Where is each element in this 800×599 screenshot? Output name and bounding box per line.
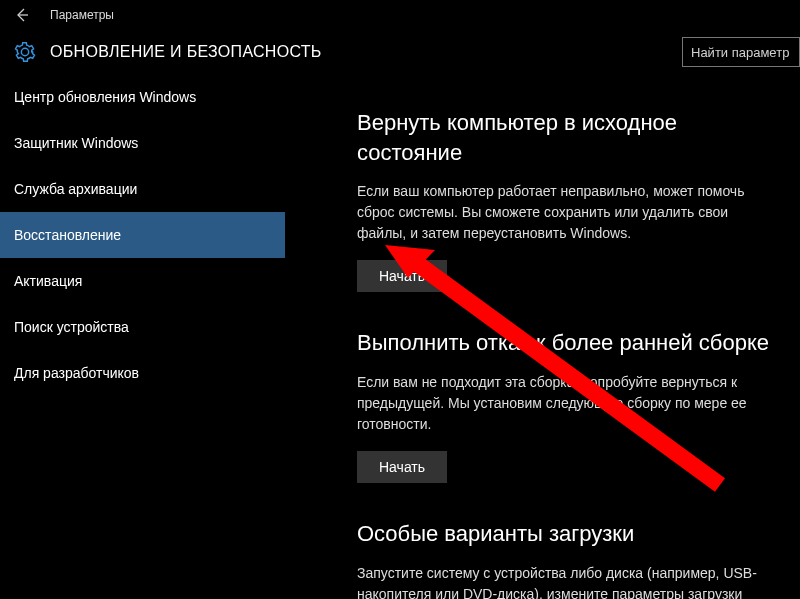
main-content: Вернуть компьютер в исходное состояние Е… (285, 74, 800, 599)
sidebar-item-label: Служба архивации (14, 181, 137, 197)
window-title: Параметры (50, 8, 114, 22)
back-icon[interactable] (14, 7, 30, 23)
search-box[interactable] (682, 37, 800, 67)
search-input[interactable] (683, 38, 799, 66)
section-reset-title: Вернуть компьютер в исходное состояние (357, 108, 777, 167)
rollback-start-button[interactable]: Начать (357, 451, 447, 483)
sidebar-item-recovery[interactable]: Восстановление (0, 212, 285, 258)
sidebar-item-activation[interactable]: Активация (0, 258, 285, 304)
section-reset: Вернуть компьютер в исходное состояние Е… (357, 108, 780, 292)
section-advanced-body: Запустите систему с устройства либо диск… (357, 563, 777, 599)
page-title: ОБНОВЛЕНИЕ И БЕЗОПАСНОСТЬ (50, 43, 322, 61)
sidebar-item-label: Поиск устройства (14, 319, 129, 335)
gear-icon (14, 41, 36, 63)
reset-start-button[interactable]: Начать (357, 260, 447, 292)
section-reset-body: Если ваш компьютер работает неправильно,… (357, 181, 777, 244)
section-rollback-title: Выполнить откат к более ранней сборке (357, 328, 777, 358)
sidebar-item-developers[interactable]: Для разработчиков (0, 350, 285, 396)
page-header: ОБНОВЛЕНИЕ И БЕЗОПАСНОСТЬ (0, 30, 800, 74)
section-advanced-title: Особые варианты загрузки (357, 519, 777, 549)
sidebar-item-finddevice[interactable]: Поиск устройства (0, 304, 285, 350)
sidebar-item-label: Восстановление (14, 227, 121, 243)
sidebar-item-defender[interactable]: Защитник Windows (0, 120, 285, 166)
titlebar: Параметры (0, 0, 800, 30)
sidebar: Центр обновления Windows Защитник Window… (0, 74, 285, 599)
sidebar-item-label: Активация (14, 273, 82, 289)
section-advanced: Особые варианты загрузки Запустите систе… (357, 519, 780, 599)
sidebar-item-label: Для разработчиков (14, 365, 139, 381)
section-rollback: Выполнить откат к более ранней сборке Ес… (357, 328, 780, 483)
sidebar-item-label: Центр обновления Windows (14, 89, 196, 105)
sidebar-item-label: Защитник Windows (14, 135, 138, 151)
sidebar-item-update[interactable]: Центр обновления Windows (0, 74, 285, 120)
sidebar-item-backup[interactable]: Служба архивации (0, 166, 285, 212)
section-rollback-body: Если вам не подходит эта сборка, попробу… (357, 372, 777, 435)
